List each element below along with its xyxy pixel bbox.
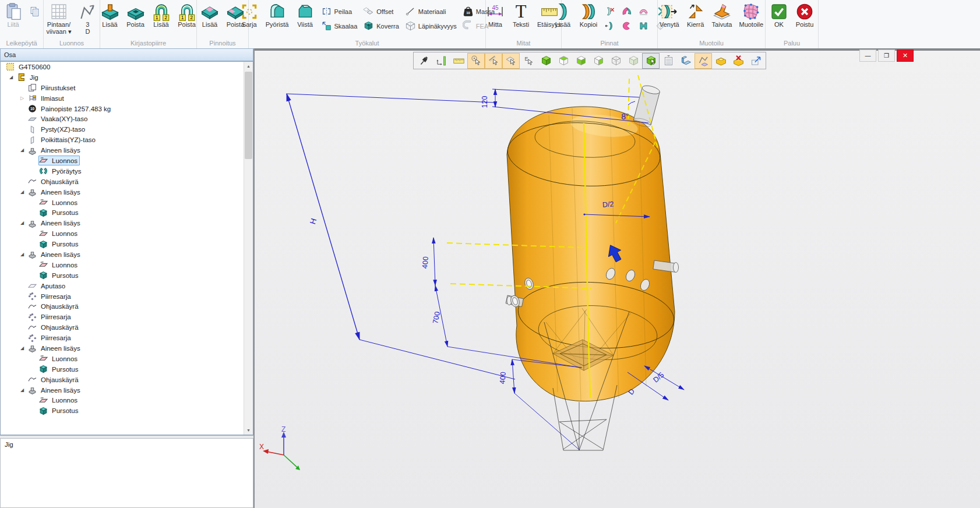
tree-item-piirresarja[interactable]: Piirresarja (1, 333, 253, 343)
caret-expanded-icon[interactable]: ◢ (19, 189, 26, 195)
close-button[interactable]: ✕ (897, 50, 914, 62)
surface-cap-button[interactable] (637, 5, 650, 17)
deform-button[interactable]: Muotoile (737, 2, 765, 29)
bend-button[interactable]: Taivuta (710, 2, 734, 29)
tree-item-ohjausk-yr-[interactable]: Ohjauskäyrä (1, 375, 253, 385)
exit-button[interactable]: Poistu (794, 2, 816, 29)
chamfer-button[interactable]: Viistä (294, 2, 316, 29)
coating-add-button[interactable]: Lisää (199, 2, 221, 29)
3d-scene[interactable]: 120 8° D/2 H 400 700 400 D/5 D Z X (255, 48, 980, 506)
tree-item-pursotus[interactable]: Pursotus (1, 405, 253, 416)
tree-item-ohjausk-yr-[interactable]: Ohjauskäyrä (1, 322, 253, 333)
surface-extend-button[interactable] (637, 20, 650, 32)
shaded-pale-icon[interactable] (625, 53, 642, 69)
maximize-button[interactable]: ❐ (878, 50, 895, 62)
notes-icon[interactable] (660, 53, 677, 69)
library-add-2-button[interactable]: 12Lisää (150, 2, 172, 29)
tree-item-pursotus[interactable]: Pursotus (1, 270, 253, 281)
text-button[interactable]: TTeksti (510, 2, 532, 29)
material-button[interactable]: Materiaali (404, 5, 458, 17)
tree-item-aineen-lis-ys[interactable]: ◢Aineen lisäys (1, 187, 253, 197)
tree-item-aineen-lis-ys[interactable]: ◢Aineen lisäys (1, 249, 253, 260)
tree-item-luonnos[interactable]: Luonnos (1, 260, 253, 270)
sketch-3d-icon[interactable] (695, 53, 712, 69)
paste-button[interactable]: Liitä (2, 2, 24, 29)
tree-item-piirresarja[interactable]: Piirresarja (1, 291, 253, 302)
scale-button[interactable]: Skaalaa (320, 20, 359, 32)
fillet-button[interactable]: Pyöristä (264, 2, 291, 29)
tree-item-pursotus[interactable]: Pursotus (1, 364, 253, 375)
shaded-top-icon[interactable] (555, 53, 572, 69)
tree-item-pysty-xz-taso[interactable]: Pysty(XZ)-taso (1, 124, 253, 135)
tree-item-piirustukset[interactable]: Piirustukset (1, 83, 253, 93)
hollow-button[interactable]: Koverra (362, 20, 400, 32)
scroll-down-icon[interactable]: ▼ (244, 426, 253, 435)
minimize-button[interactable]: — (859, 50, 876, 62)
library-remove-2-button[interactable]: 12Poista (176, 2, 198, 29)
measure-icon[interactable] (450, 53, 467, 69)
wireframe-icon[interactable] (607, 53, 625, 69)
sketch-on-face-button[interactable]: Pintaan/viivaan ▾ (45, 2, 73, 36)
pin-icon[interactable] (415, 53, 432, 69)
caret-expanded-icon[interactable]: ◢ (19, 387, 26, 393)
surface-trim-button[interactable] (620, 5, 633, 17)
tree-item-luonnos[interactable]: Luonnos (1, 228, 253, 239)
mirror-button[interactable]: Peilaa (320, 5, 359, 17)
archive-delete-icon[interactable] (729, 53, 747, 69)
caret-expanded-icon[interactable]: ◢ (19, 345, 26, 351)
library-add-button[interactable]: Lisää (99, 2, 121, 29)
caret-collapsed-icon[interactable]: ▷ (19, 96, 26, 101)
tree-item-luonnos[interactable]: Luonnos (1, 156, 253, 166)
transparency-button[interactable]: Läpinäkyvyys (404, 20, 458, 32)
tree-item-pursotus[interactable]: Pursotus (1, 207, 253, 218)
dimension-button[interactable]: 45Mitta (484, 2, 506, 29)
export-icon[interactable] (747, 53, 764, 69)
tree-scrollbar[interactable]: ▲ ▼ (244, 62, 253, 435)
caret-expanded-icon[interactable]: ◢ (8, 75, 15, 80)
viewport-3d[interactable]: 120 8° D/2 H 400 700 400 D/5 D Z X (255, 48, 980, 508)
snap-face-icon[interactable] (502, 53, 520, 69)
tree-item-aineen-lis-ys[interactable]: ◢Aineen lisäys (1, 385, 253, 396)
shaded-sides-icon[interactable] (572, 53, 590, 69)
tree-item-aineen-lis-ys[interactable]: ◢Aineen lisäys (1, 145, 253, 156)
tree-item-luonnos[interactable]: Luonnos (1, 197, 253, 208)
offset-button[interactable]: Offset (362, 5, 400, 17)
scroll-up-icon[interactable]: ▲ (244, 62, 253, 70)
surface-fillet-button[interactable] (620, 20, 633, 32)
shaded-face-icon[interactable] (590, 53, 607, 69)
tree-item-jig[interactable]: ◢Jig (1, 72, 253, 83)
stretch-button[interactable]: Venytä (658, 2, 681, 29)
copy-button[interactable] (28, 5, 41, 17)
shaded-icon[interactable] (537, 53, 555, 69)
tree-item-luonnos[interactable]: Luonnos (1, 354, 253, 364)
ok-button[interactable]: OK (768, 2, 790, 29)
tree-item-aineen-lis-ys[interactable]: ◢Aineen lisäys (1, 218, 253, 228)
library-remove-button[interactable]: Poista (125, 2, 147, 29)
surface-copy-button[interactable]: Kopioi (577, 2, 600, 29)
tree-item-ilmiasut[interactable]: ▷Ilmiasut (1, 93, 253, 104)
tree-item-aineen-lis-ys[interactable]: ◢Aineen lisäys (1, 343, 253, 354)
surface-move-button[interactable] (603, 20, 616, 32)
tree-item-ohjausk-yr-[interactable]: Ohjauskäyrä (1, 177, 253, 187)
snap-edge-icon[interactable] (485, 53, 502, 69)
tree-item-vaaka-xy-taso[interactable]: Vaaka(XY)-taso (1, 114, 253, 124)
tree-item-ohjausk-yr-[interactable]: Ohjauskäyrä (1, 301, 253, 312)
caret-expanded-icon[interactable]: ◢ (19, 220, 26, 225)
tree-item-piirresarja[interactable]: Piirresarja (1, 312, 253, 322)
drag-dimension-icon[interactable] (432, 53, 450, 69)
surface-delete-button[interactable] (603, 5, 616, 17)
select-solid-icon[interactable] (642, 53, 660, 69)
snap-element-icon[interactable]: E (520, 53, 537, 69)
caret-expanded-icon[interactable]: ◢ (19, 252, 26, 257)
profiles-icon[interactable] (677, 53, 695, 69)
tree-item-pursotus[interactable]: Pursotus (1, 239, 253, 249)
tree-item-py-r-ytys[interactable]: Pyöräytys (1, 166, 253, 177)
snap-point-icon[interactable] (467, 53, 485, 69)
tree-item-aputaso[interactable]: Aputaso (1, 281, 253, 291)
surface-add-button[interactable]: Lisää (552, 2, 574, 29)
tree-item-painopiste-1257-483-kg[interactable]: 10Painopiste 1257.483 kg (1, 104, 253, 114)
archive-icon[interactable] (712, 53, 729, 69)
series-button[interactable]: Sarja (238, 2, 260, 29)
twist-button[interactable]: Kierrä (685, 2, 707, 29)
tree-item-poikittais-yz-taso[interactable]: Poikittais(YZ)-taso (1, 135, 253, 145)
